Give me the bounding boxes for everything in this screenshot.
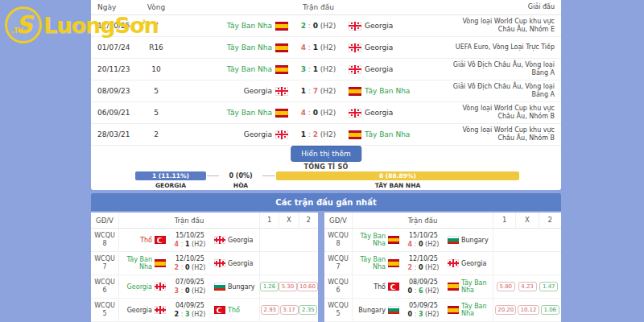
competition-name: Giải Vô Địch Châu Âu, Vòng loại Bảng A [445,83,561,100]
flag-ge-icon [349,22,361,31]
recent-match-row[interactable]: WCQU7Tây Ban Nha12/10/252 : 0 (H2)Georgi… [324,252,561,275]
score-separator: : [412,311,419,318]
flag-ge-icon [214,236,225,244]
flag-es-icon [388,259,399,267]
round-number: 5 [91,310,118,318]
recent-match-row[interactable]: WCQU7Tây Ban Nha12/10/252 : 0 (H2)Georgi… [91,252,318,275]
h2h-row[interactable]: 12/10/257Tây Ban Nha2 : 0 (H2)GeorgiaVòn… [91,15,561,37]
header-gdv: GĐ/V [91,213,119,228]
score-separator: : [306,43,313,52]
match-score: 0 : 6 (H2) [408,287,440,295]
home-team-name: Tây Ban Nha [227,43,272,52]
away-team: Tây Ban Nha [448,303,493,317]
competition-name: Giải Vô Địch Châu Âu, Vòng loại Bảng A [445,61,561,78]
match-score: 2 : 3 (H2) [175,311,206,318]
match-date: 04/09/25 [175,302,204,309]
show-more-button[interactable]: Hiển thị thêm [291,146,361,162]
recent-match-row[interactable]: WCQU8Thổ15/10/254 : 1 (H2)Georgia [91,229,318,252]
summary-bar: 1 (11.11%) 0 (0%) 8 (88.89%) [91,171,561,180]
score-separator: : [306,22,313,30]
flag-bg-icon [214,283,225,291]
score-separator: : [179,311,185,318]
home-team-name: Georgia [127,307,152,314]
flag-ge-icon [349,109,361,118]
site-logo[interactable]: S .TV LuongSơn [5,6,159,43]
h2h-row[interactable]: 28/03/212Georgia1 : 2 (H2)Tây Ban NhaVòn… [91,124,561,146]
odds-value[interactable]: 2.35 [299,305,317,315]
away-team: Georgia [349,65,445,74]
half-time-suffix: (H2) [190,264,206,271]
recent-match-row[interactable]: WCQU6Georgia07/09/253 : 0 (H2)Bungary1.2… [91,275,318,299]
half-time-suffix: (H2) [423,241,440,248]
match-score: 0 : 3 (H2) [408,311,440,318]
h2h-row[interactable]: 08/09/235Georgia1 : 7 (H2)Tây Ban NhaGiả… [91,80,561,102]
date-score-cell: 12/10/252 : 0 (H2) [166,254,214,272]
half-time-suffix: (H2) [423,311,440,318]
away-team: Bungary [214,283,259,291]
away-team-name: Georgia [228,260,253,267]
match-date: 20/11/23 [91,65,136,73]
flag-ge-icon [155,306,166,314]
bar-connector [262,175,275,176]
away-team-name: Tây Ban Nha [461,303,493,317]
round-cell: WCQU6 [91,275,119,298]
score-cell: 1 : 7 (H2) [288,87,349,95]
recent-table-georgia: GĐ/VTrận đấu1X2WCQU8Thổ15/10/254 : 1 (H2… [91,213,318,322]
competition-name: Vòng loại World Cup khu vực Châu Âu, Nhó… [445,126,561,143]
recent-match-row[interactable]: WCQU5Georgia04/09/252 : 3 (H2)Thổ2.933.1… [91,299,318,322]
flag-ge-icon [275,130,288,139]
home-team: Georgia [176,87,288,96]
header-odd-2: 2 [539,213,561,228]
flag-ge-icon [214,259,225,267]
away-team: Bungary [448,236,493,244]
flag-es-icon [275,43,288,52]
home-team-name: Tây Ban Nha [119,256,152,270]
odds-value[interactable]: 3.17 [280,305,299,315]
away-team: Tây Ban Nha [349,130,445,139]
odds-value[interactable]: 1.06 [541,305,559,315]
odds-cell: 1.265.3010.60 [259,275,318,298]
competition-code: WCQU [91,232,118,240]
h2h-row[interactable]: 01/07/24R16Tây Ban Nha4 : 1 (H2)GeorgiaU… [91,37,561,59]
home-team: Tây Ban Nha [176,65,288,74]
h2h-card: Ngày Vòng Trận đấu Giải đấu 12/10/257Tây… [91,0,561,190]
h2h-row[interactable]: 06/09/215Tây Ban Nha4 : 0 (H2)GeorgiaVòn… [91,102,561,124]
home-team-name: Tây Ban Nha [227,65,272,73]
match-score: 1 : 2 (H2) [301,130,336,138]
odds-value[interactable]: 1.47 [539,282,558,291]
away-team-name: Tây Ban Nha [461,279,493,294]
recent-match-row[interactable]: WCQU5Bungary05/09/250 : 3 (H2)Tây Ban Nh… [324,299,561,322]
odds-value[interactable]: 4.23 [518,282,537,291]
odds-value[interactable]: 10.12 [518,305,539,315]
odds-cell [493,252,561,275]
score-cell: 1 : 2 (H2) [288,130,349,138]
flag-es-icon [275,22,288,31]
half-time-suffix: (H2) [318,87,336,95]
home-team: Georgia [119,306,166,314]
recent-match-row[interactable]: WCQU6Thổ08/09/250 : 6 (H2)Tây Ban Nha5.8… [324,275,561,299]
away-team: Georgia [214,259,259,267]
away-team: Tây Ban Nha [448,279,493,294]
odds-value[interactable]: 10.60 [297,282,318,291]
away-team: Georgia [214,236,259,244]
round-cell: WCQU5 [324,299,353,321]
half-time-suffix: (H2) [318,130,336,138]
away-team: Georgia [349,22,445,31]
odds-value[interactable]: 2.93 [261,305,279,315]
half-time-suffix: (H2) [423,287,440,295]
home-team: Tây Ban Nha [176,43,288,52]
recent-match-row[interactable]: WCQU8Tây Ban Nha15/10/254 : 0 (H2)Bungar… [324,229,561,252]
odds-value[interactable]: 20.20 [495,305,516,315]
home-team-name: Tây Ban Nha [353,256,386,270]
round-cell: WCQU8 [324,229,353,251]
match-score: 2 : 0 (H2) [408,264,440,271]
home-team-name: Tây Ban Nha [227,22,272,30]
odds-value[interactable]: 5.30 [279,282,297,291]
recent-table-header: GĐ/VTrận đấu1X2 [91,213,318,229]
odds-value[interactable]: 1.26 [260,282,279,291]
date-score-cell: 05/09/250 : 3 (H2) [399,301,448,319]
round-number: 7 [91,263,118,271]
h2h-row[interactable]: 20/11/2310Tây Ban Nha3 : 1 (H2)GeorgiaGi… [91,59,561,80]
odds-value[interactable]: 5.80 [497,282,515,291]
competition-name: Vòng loại World Cup khu vực Châu Âu, Nhó… [445,18,561,35]
